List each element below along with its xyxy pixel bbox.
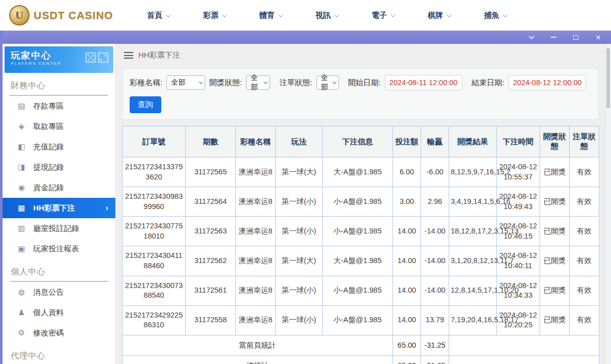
window-close-button[interactable]: ×	[593, 32, 604, 42]
nav-item-cards[interactable]: 棋牌	[428, 11, 450, 20]
table-row: 215217234300738854031172561澳洲幸运8第一球(小)小-…	[123, 276, 599, 305]
sidebar-item-deposit[interactable]: ▤ 存款專區	[3, 96, 115, 116]
cell-play-type: 第一球(小)	[276, 305, 323, 335]
deposit-icon: ▤	[17, 101, 26, 111]
nav-item-video[interactable]: 視訊	[315, 11, 338, 20]
cell-lottery-name: 澳洲幸运8	[236, 246, 276, 276]
sidebar-item-label: 修改密碼	[33, 328, 64, 338]
cell-period: 31172561	[186, 276, 236, 305]
minimize-icon	[551, 37, 556, 38]
hamburger-menu-icon[interactable]	[124, 52, 133, 59]
cell-lottery-name: 澳洲幸运8	[236, 158, 276, 187]
lottery-type-value: 全部	[171, 78, 185, 87]
sidebar-item-change-password[interactable]: ⚙ 修改密碼	[3, 323, 115, 343]
cell-order-no: 2152172343077518010	[123, 217, 186, 246]
sidebar-item-profile[interactable]: ♟ 個人資料	[3, 302, 115, 323]
window-minimize-button[interactable]	[548, 32, 559, 42]
draw-status-select[interactable]: 全部	[246, 75, 270, 90]
col-header-play-type: 玩法	[276, 126, 323, 158]
cell-order-no: 215217234133753620	[123, 158, 186, 187]
cell-bet-amount: 14.00	[393, 305, 421, 335]
sidebar-item-label: 消息公告	[33, 288, 64, 297]
col-header-period: 期數	[186, 126, 236, 158]
main-nav: 首頁 彩票 體育 視訊 電子 棋牌	[147, 11, 506, 20]
cell-draw-result: 8,12,5,9,7,16,15,2	[449, 158, 497, 187]
sidebar-item-withdraw[interactable]: ◈ 取款專區	[3, 116, 115, 137]
sidebar-item-label: 存款專區	[33, 101, 64, 111]
end-date-input[interactable]	[508, 75, 586, 90]
logo[interactable]: U USDT CASINO	[9, 5, 127, 25]
cell-play-type: 第一球(大)	[276, 158, 323, 187]
bets-table: 訂單號 期數 彩種名稱 玩法 下注信息 投注額 輸贏 開獎結果 下注時間 開獎狀…	[122, 126, 599, 364]
lottery-type-label: 彩種名稱:	[130, 78, 162, 88]
vertical-scrollbar[interactable]	[605, 44, 611, 364]
query-button[interactable]: 查詢	[130, 96, 161, 113]
lottery-type-select[interactable]: 全部	[166, 75, 205, 90]
start-date-input[interactable]	[385, 75, 462, 90]
sidebar-item-label: 取款專區	[33, 122, 64, 132]
sidebar-item-funds-records[interactable]: ◉ 資金記錄	[3, 177, 115, 198]
nav-item-lottery[interactable]: 彩票	[203, 11, 226, 20]
nav-item-label: 首頁	[147, 11, 162, 20]
chevron-down-icon	[503, 12, 508, 17]
window-titlebar: ×	[3, 31, 611, 44]
chevron-right-icon: ›	[106, 203, 108, 213]
nav-item-label: 彩票	[203, 11, 218, 20]
page-title: HH彩票下注	[138, 50, 180, 60]
cell-bet-amount: 14.00	[393, 276, 421, 305]
footer-total-win-loss-total: -31.25	[421, 356, 449, 364]
chevron-down-icon	[199, 80, 203, 84]
window-collapse-button[interactable]	[525, 32, 536, 42]
cell-bet-info: 大-A盤@1.985	[323, 158, 393, 187]
cell-win-loss: -14.00	[421, 246, 449, 276]
cell-period: 31172564	[186, 187, 236, 217]
cell-draw-result: 3,4,19,14,1,5,6,16	[449, 187, 497, 217]
footer-total-empty	[449, 356, 599, 364]
cell-draw-status: 已開獎	[540, 305, 570, 335]
cell-order-status: 有效	[570, 305, 599, 335]
cell-lottery-name: 澳洲幸运8	[236, 276, 276, 305]
nav-item-home[interactable]: 首頁	[147, 11, 169, 20]
bets-table-wrap: 訂單號 期數 彩種名稱 玩法 下注信息 投注額 輸贏 開獎結果 下注時間 開獎狀…	[122, 126, 599, 364]
nav-item-sports[interactable]: 體育	[259, 11, 282, 20]
sidebar-item-withdraw-records[interactable]: ◨ 提現記錄	[3, 157, 115, 177]
nav-item-fishing[interactable]: 捕魚	[484, 11, 506, 20]
cell-period: 31172563	[186, 217, 236, 246]
cell-bet-info: 小-A盤@1.985	[323, 276, 393, 305]
table-row: 215217234307751801031172563澳洲幸运8第一球(小)小-…	[123, 217, 599, 246]
cell-win-loss: -14.00	[421, 217, 449, 246]
sidebar-item-label: 廳室投註記錄	[33, 224, 79, 233]
breadcrumb: HH彩票下注	[116, 44, 605, 63]
cell-play-type: 第一球(小)	[276, 217, 323, 246]
sidebar-item-player-bet-report[interactable]: ▣ 玩家投注報表	[3, 239, 115, 259]
chevron-down-icon	[447, 12, 452, 17]
sidebar-item-recharge-records[interactable]: ◧ 充值記錄	[3, 137, 115, 157]
sidebar-item-hh-lottery-bets[interactable]: ▦ HH彩票下注 ›	[3, 198, 115, 218]
cell-draw-status: 已開獎	[540, 246, 570, 276]
cell-period: 31172565	[186, 158, 236, 187]
nav-item-slots[interactable]: 電子	[372, 11, 394, 20]
room-records-icon: ▥	[17, 224, 26, 233]
order-status-select[interactable]: 全部	[316, 75, 339, 90]
window-body: 玩家中心 PLAYERS CENTER ⚄⚁ 財務中心 ▤ 存款專區 ◈ 取款專…	[3, 44, 611, 364]
window-maximize-button[interactable]	[570, 32, 581, 42]
scrollbar-thumb[interactable]	[606, 48, 610, 108]
footer-page-empty	[449, 335, 599, 356]
table-row: 21521723413375362031172565澳洲幸运8第一球(大)大-A…	[123, 158, 599, 187]
cell-order-status: 有效	[570, 187, 599, 217]
table-row: 215217234292258631031172558澳洲幸运8第一球(小)小-…	[123, 305, 599, 335]
col-header-bet-time: 下注時間	[497, 126, 540, 158]
main-content: HH彩票下注 彩種名稱: 全部 開獎狀態: 全部	[116, 44, 605, 364]
cell-order-status: 有效	[570, 217, 599, 246]
cell-win-loss: -14.00	[421, 276, 449, 305]
section-title-personal: 個人中心	[10, 259, 108, 282]
sidebar-item-announcements[interactable]: ◍ 消息公告	[3, 282, 115, 302]
table-footer-row: 當前頁統計 65.00 -31.25	[123, 335, 599, 356]
cell-win-loss: 13.79	[421, 305, 449, 335]
sidebar-item-room-bet-records[interactable]: ▥ 廳室投註記錄	[3, 218, 115, 239]
cell-bet-info: 小-A盤@1.985	[323, 217, 393, 246]
nav-item-label: 電子	[372, 11, 387, 20]
table-header-row: 訂單號 期數 彩種名稱 玩法 下注信息 投注額 輸贏 開獎結果 下注時間 開獎狀…	[123, 126, 599, 158]
cell-play-type: 第一球(小)	[276, 276, 323, 305]
cell-draw-status: 已開獎	[540, 187, 570, 217]
